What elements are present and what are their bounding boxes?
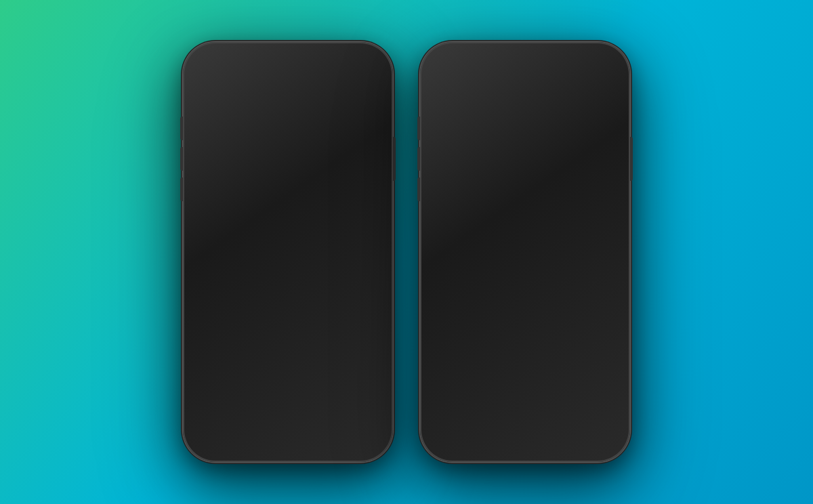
- phone-1-input-field[interactable]: iMessage: [247, 421, 381, 443]
- signal-bar-3: [337, 64, 339, 69]
- phone-1-screen: 9:41: [188, 47, 388, 457]
- phone-1-name-text: Jane: [275, 112, 294, 122]
- phone-1-notch: [241, 47, 335, 66]
- signal-bar-1: [331, 66, 333, 69]
- phone-2-bubble-container: Frank is in town and free for dinner ton…: [425, 165, 625, 236]
- phone-2-message-type: Text Message: [425, 140, 625, 148]
- phone-2-input-field[interactable]: Text Message: [484, 421, 592, 443]
- phone-2-wifi-icon: [582, 61, 591, 71]
- phone-2-status-icons: [568, 61, 610, 71]
- battery-fill-2: [597, 64, 606, 68]
- svg-rect-9: [436, 429, 449, 438]
- phone-1-mic-icon: [362, 425, 372, 440]
- svg-rect-14: [470, 434, 475, 439]
- svg-rect-5: [232, 434, 238, 439]
- svg-rect-12: [470, 426, 475, 432]
- phone-1-time: 9:41: [203, 60, 223, 72]
- phone-1-contact-info[interactable]: Jane >: [274, 81, 302, 122]
- phone-2-speaker: [501, 55, 538, 59]
- phone-2-signal: [568, 62, 579, 69]
- phone-1-speaker: [264, 55, 301, 59]
- signal-bar-1: [568, 66, 570, 69]
- phone-1: 9:41: [183, 42, 393, 462]
- phone-1-wifi-icon: [345, 61, 354, 71]
- phone-1-message-bubble: Can I call you back later? I'm at an app…: [243, 165, 379, 222]
- phone-2-camera-btn[interactable]: [432, 422, 453, 442]
- phone-2-screen: 9:41: [425, 47, 625, 457]
- svg-point-10: [440, 431, 445, 436]
- phone-1-input-bar: iMessage: [188, 415, 388, 457]
- phone-1-name-chevron: >: [296, 112, 301, 122]
- phone-2-contact-name: Lauren >: [508, 112, 542, 122]
- phone-2-message-area: Text Message Today 9:38 AM Frank is in t…: [425, 129, 625, 415]
- phone-2-avatar: [511, 81, 539, 110]
- phone-2-input-bar: Text Message: [425, 415, 625, 457]
- phone-2-message-date: Today 9:38 AM: [425, 148, 625, 156]
- phone-1-bubble-container: Can I call you back later? I'm at an app…: [188, 165, 388, 222]
- phone-2-timestamp: Text Message Today 9:38 AM: [425, 140, 625, 156]
- phone-2-contact-info[interactable]: Lauren >: [508, 81, 542, 122]
- svg-rect-2: [225, 426, 230, 432]
- signal-bar-3: [574, 64, 576, 69]
- phone-1-nav-header: ‹ Jane >: [188, 77, 388, 129]
- phone-1-message-date: Today 9:38 AM: [188, 148, 388, 156]
- svg-rect-4: [225, 434, 230, 439]
- svg-point-1: [203, 431, 208, 436]
- phone-1-contact-name: Jane >: [275, 112, 300, 122]
- phone-2-time: 9:41: [440, 60, 460, 72]
- phone-2-notch: [478, 47, 572, 66]
- phone-2-name-chevron: >: [537, 112, 542, 122]
- send-arrow-icon: [604, 426, 612, 438]
- signal-bar-2: [333, 65, 335, 69]
- svg-rect-13: [462, 434, 467, 439]
- signal-bar-4: [577, 62, 579, 69]
- signal-bar-2: [570, 65, 572, 69]
- phone-1-status-icons: [331, 61, 373, 71]
- phone-1-avatar: [274, 81, 302, 110]
- phone-2-message-bubble: Frank is in town and free for dinner ton…: [480, 165, 616, 236]
- phone-2-name-text: Lauren: [508, 112, 535, 122]
- phone-2: 9:41: [420, 42, 630, 462]
- phone-2-battery-icon: [595, 62, 610, 70]
- phone-1-message-type: iMessage: [188, 140, 388, 148]
- svg-rect-0: [199, 429, 212, 438]
- phone-1-timestamp: iMessage Today 9:38 AM: [188, 140, 388, 156]
- phone-1-back-button[interactable]: ‹: [198, 93, 203, 110]
- svg-rect-6: [365, 425, 369, 433]
- phone-2-apps-btn[interactable]: [458, 422, 478, 442]
- phone-2-send-button[interactable]: [598, 422, 618, 442]
- phone-1-battery-icon: [358, 62, 373, 70]
- phone-1-signal: [331, 62, 342, 69]
- phone-1-message-area: iMessage Today 9:38 AM Can I call you ba…: [188, 129, 388, 415]
- phone-1-camera-btn[interactable]: [195, 422, 215, 442]
- phone-2-camera: [543, 54, 550, 60]
- signal-bar-4: [339, 62, 341, 69]
- battery-fill-1: [360, 64, 369, 68]
- phone-1-apps-btn[interactable]: [221, 422, 241, 442]
- phone-1-input-placeholder: iMessage: [255, 427, 296, 438]
- phone-2-nav-header: ‹ Lauren >: [425, 77, 625, 129]
- phone-1-camera: [306, 54, 313, 60]
- svg-rect-3: [232, 426, 238, 432]
- phone-2-input-placeholder: Text Message: [493, 427, 551, 438]
- phone-2-back-button[interactable]: ‹: [435, 93, 440, 110]
- svg-rect-11: [462, 426, 467, 432]
